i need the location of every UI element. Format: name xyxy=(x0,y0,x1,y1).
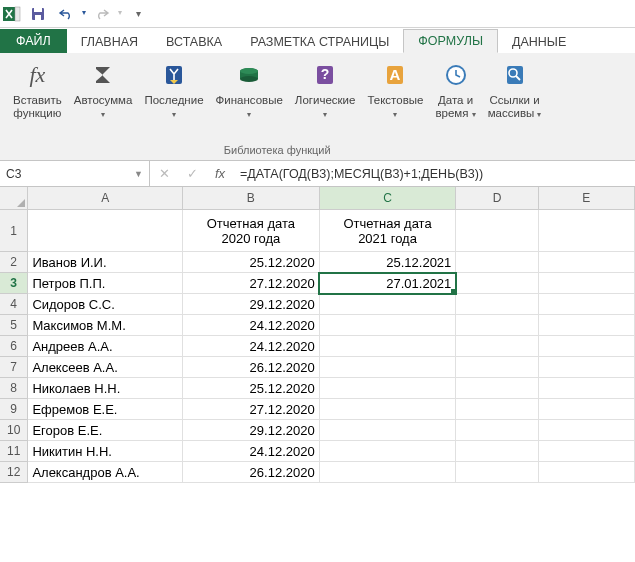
undo-dropdown-icon[interactable]: ▾ xyxy=(82,10,86,16)
cell-B12[interactable]: 26.12.2020 xyxy=(183,462,320,483)
spreadsheet-grid[interactable]: ABCDE1Отчетная дата2020 годаОтчетная дат… xyxy=(0,187,635,483)
row-header-7[interactable]: 7 xyxy=(0,357,28,378)
col-header-B[interactable]: B xyxy=(183,187,320,210)
cell-C1[interactable]: Отчетная дата2021 года xyxy=(319,210,456,252)
cell-B7[interactable]: 26.12.2020 xyxy=(183,357,320,378)
cell-B6[interactable]: 24.12.2020 xyxy=(183,336,320,357)
undo-icon[interactable] xyxy=(54,2,78,26)
cell-E8[interactable] xyxy=(538,378,634,399)
lookup-button[interactable]: Ссылки и массивы ▾ xyxy=(483,56,547,142)
cell-A1[interactable] xyxy=(28,210,183,252)
tab-formulas[interactable]: ФОРМУЛЫ xyxy=(403,29,498,53)
tab-file[interactable]: ФАЙЛ xyxy=(0,29,67,53)
cell-E6[interactable] xyxy=(538,336,634,357)
cell-D3[interactable] xyxy=(456,273,538,294)
cell-D10[interactable] xyxy=(456,420,538,441)
financial-button[interactable]: Финансовые▾ xyxy=(211,56,288,142)
cell-D4[interactable] xyxy=(456,294,538,315)
qat-customize-icon[interactable]: ▾ xyxy=(126,2,150,26)
select-all-corner[interactable] xyxy=(0,187,28,210)
cell-B1[interactable]: Отчетная дата2020 года xyxy=(183,210,320,252)
cell-D11[interactable] xyxy=(456,441,538,462)
col-header-C[interactable]: C xyxy=(319,187,456,210)
cell-E1[interactable] xyxy=(538,210,634,252)
cell-E3[interactable] xyxy=(538,273,634,294)
tab-data[interactable]: ДАННЫЕ xyxy=(498,31,580,53)
cell-E9[interactable] xyxy=(538,399,634,420)
row-header-1[interactable]: 1 xyxy=(0,210,28,252)
cell-C9[interactable] xyxy=(319,399,456,420)
logical-button[interactable]: ? Логические▾ xyxy=(290,56,361,142)
cell-A4[interactable]: Сидоров С.С. xyxy=(28,294,183,315)
cell-A6[interactable]: Андреев А.А. xyxy=(28,336,183,357)
tab-page-layout[interactable]: РАЗМЕТКА СТРАНИЦЫ xyxy=(236,31,403,53)
row-header-10[interactable]: 10 xyxy=(0,420,28,441)
cell-B3[interactable]: 27.12.2020 xyxy=(183,273,320,294)
cell-C5[interactable] xyxy=(319,315,456,336)
tab-home[interactable]: ГЛАВНАЯ xyxy=(67,31,152,53)
cell-B4[interactable]: 29.12.2020 xyxy=(183,294,320,315)
cell-D7[interactable] xyxy=(456,357,538,378)
row-header-5[interactable]: 5 xyxy=(0,315,28,336)
cell-C8[interactable] xyxy=(319,378,456,399)
cell-D1[interactable] xyxy=(456,210,538,252)
cell-E4[interactable] xyxy=(538,294,634,315)
cell-B5[interactable]: 24.12.2020 xyxy=(183,315,320,336)
cell-E11[interactable] xyxy=(538,441,634,462)
row-header-6[interactable]: 6 xyxy=(0,336,28,357)
cell-E12[interactable] xyxy=(538,462,634,483)
cell-B11[interactable]: 24.12.2020 xyxy=(183,441,320,462)
cell-A7[interactable]: Алексеев А.А. xyxy=(28,357,183,378)
insert-function-button[interactable]: fx Вставить функцию xyxy=(8,56,67,142)
cell-C3[interactable]: 27.01.2021 xyxy=(319,273,456,294)
redo-icon[interactable] xyxy=(90,2,114,26)
cell-C12[interactable] xyxy=(319,462,456,483)
cell-A3[interactable]: Петров П.П. xyxy=(28,273,183,294)
cell-C6[interactable] xyxy=(319,336,456,357)
col-header-D[interactable]: D xyxy=(456,187,538,210)
cell-E7[interactable] xyxy=(538,357,634,378)
cell-A9[interactable]: Ефремов Е.Е. xyxy=(28,399,183,420)
cell-D2[interactable] xyxy=(456,252,538,273)
cell-A5[interactable]: Максимов М.М. xyxy=(28,315,183,336)
row-header-3[interactable]: 3 xyxy=(0,273,28,294)
text-button[interactable]: A Текстовые▾ xyxy=(362,56,428,142)
cell-D9[interactable] xyxy=(456,399,538,420)
cell-B10[interactable]: 29.12.2020 xyxy=(183,420,320,441)
cell-C11[interactable] xyxy=(319,441,456,462)
name-box-dropdown-icon[interactable]: ▼ xyxy=(134,169,143,179)
cell-A2[interactable]: Иванов И.И. xyxy=(28,252,183,273)
cell-B9[interactable]: 27.12.2020 xyxy=(183,399,320,420)
cell-E10[interactable] xyxy=(538,420,634,441)
cell-A12[interactable]: Александров А.А. xyxy=(28,462,183,483)
recent-button[interactable]: Последние▾ xyxy=(139,56,208,142)
cell-A11[interactable]: Никитин Н.Н. xyxy=(28,441,183,462)
row-header-11[interactable]: 11 xyxy=(0,441,28,462)
fx-icon[interactable]: fx xyxy=(206,166,234,181)
tab-insert[interactable]: ВСТАВКА xyxy=(152,31,236,53)
cell-D8[interactable] xyxy=(456,378,538,399)
col-header-A[interactable]: A xyxy=(28,187,183,210)
cell-B2[interactable]: 25.12.2020 xyxy=(183,252,320,273)
formula-input[interactable]: =ДАТА(ГОД(B3);МЕСЯЦ(B3)+1;ДЕНЬ(B3)) xyxy=(234,161,635,186)
row-header-2[interactable]: 2 xyxy=(0,252,28,273)
row-header-9[interactable]: 9 xyxy=(0,399,28,420)
row-header-4[interactable]: 4 xyxy=(0,294,28,315)
col-header-E[interactable]: E xyxy=(538,187,634,210)
save-icon[interactable] xyxy=(26,2,50,26)
cell-C10[interactable] xyxy=(319,420,456,441)
cell-D5[interactable] xyxy=(456,315,538,336)
cell-C4[interactable] xyxy=(319,294,456,315)
cell-A10[interactable]: Егоров Е.Е. xyxy=(28,420,183,441)
cell-E5[interactable] xyxy=(538,315,634,336)
row-header-8[interactable]: 8 xyxy=(0,378,28,399)
cell-C2[interactable]: 25.12.2021 xyxy=(319,252,456,273)
name-box[interactable]: C3 ▼ xyxy=(0,161,150,186)
cell-A8[interactable]: Николаев Н.Н. xyxy=(28,378,183,399)
cell-D6[interactable] xyxy=(456,336,538,357)
cell-E2[interactable] xyxy=(538,252,634,273)
datetime-button[interactable]: Дата и время ▾ xyxy=(430,56,480,142)
autosum-button[interactable]: Автосумма▾ xyxy=(69,56,138,142)
cell-C7[interactable] xyxy=(319,357,456,378)
row-header-12[interactable]: 12 xyxy=(0,462,28,483)
